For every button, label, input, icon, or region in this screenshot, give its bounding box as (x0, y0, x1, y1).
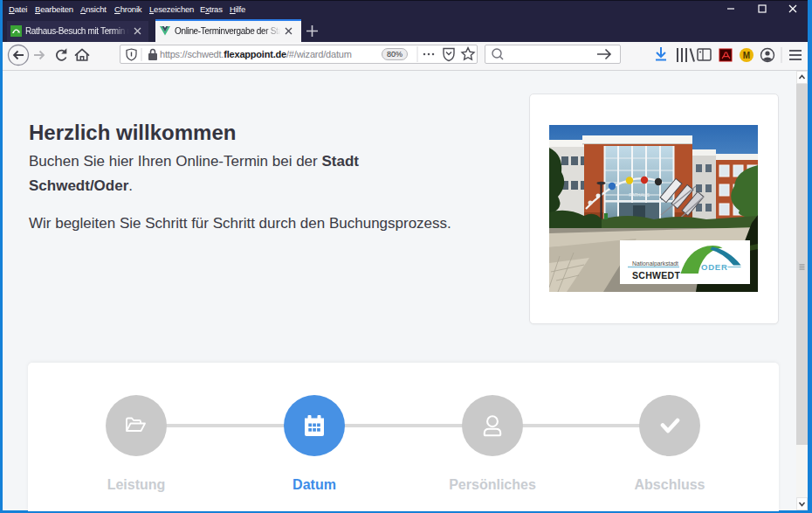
svg-text:RATHAUS: RATHAUS (629, 192, 650, 198)
svg-text:M: M (743, 51, 750, 60)
svg-text:SCHWEDT: SCHWEDT (632, 270, 680, 281)
svg-text:ODER: ODER (701, 262, 728, 272)
svg-text:Nationalparkstadt: Nationalparkstadt (632, 260, 678, 267)
